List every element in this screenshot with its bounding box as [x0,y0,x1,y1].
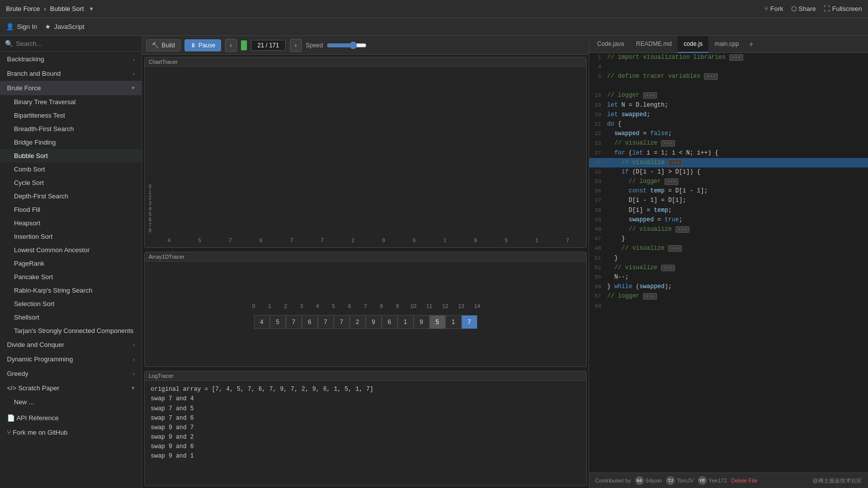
sidebar-item-dynamic-programming[interactable]: Dynamic Programming › [0,352,142,366]
breadcrumb-brute-force[interactable]: Brute Force [6,5,40,12]
sidebar-sub-shellsort[interactable]: Shellsort [0,311,142,324]
code-line: 56 } while (swapped); [589,282,868,292]
sidebar-sub-depth-first-search[interactable]: Depth-First Search [0,189,142,203]
log-line-4: swap 9 and 7 [151,423,580,433]
speed-slider[interactable] [327,41,367,49]
sidebar-sub-comb-sort[interactable]: Comb Sort [0,163,142,176]
array1d-index-2: 2 [278,299,294,313]
tab-code-java[interactable]: Code.java [591,36,630,53]
sidebar-item-backtracking[interactable]: Backtracking › [0,52,142,66]
search-input[interactable] [16,40,137,47]
code-line: 20 let swapped; [589,110,868,120]
chart-tracer-label: ChartTracer [145,57,586,67]
delete-file-button[interactable]: Delete File [731,478,758,484]
chart-y-axis: 8 7 6 5 4 3 2 1 0 [149,184,152,243]
sidebar-item-branch-and-bound[interactable]: Branch and Bound › [0,66,142,81]
watermark: @稀土掘金技术社区 [813,477,862,485]
chevron-right-icon: › [133,371,135,377]
search-box[interactable]: 🔍 [0,36,142,52]
chart-x-label-1: 5 [185,238,214,243]
tab-code-js[interactable]: code.js [677,36,708,53]
sidebar-sub-bridge-finding[interactable]: Bridge Finding [0,136,142,149]
avatar-tomjv: TJ [666,476,675,485]
code-content[interactable]: 1 // import visualization libraries ··· … [589,53,868,473]
sidebar-sub-breadth-first-search[interactable]: Breadth-First Search [0,122,142,136]
sidebar-sub-bipartiteness-test[interactable]: Bipartiteness Test [0,109,142,122]
tab-main-cpp[interactable]: main.cpp [708,36,745,53]
prev-button[interactable]: ‹ [225,39,237,52]
language-selector[interactable]: ★ JavaScript [45,23,84,30]
progress-indicator [241,40,247,50]
next-button[interactable]: › [290,39,302,52]
array1d-index-10: 10 [406,299,422,313]
array1d-cell-7: 9 [366,315,382,329]
sidebar-sub-new[interactable]: New ... [0,395,142,409]
sidebar-sub-lowest-common-ancestor[interactable]: Lowest Common Ancestor [0,243,142,257]
build-button[interactable]: 🔨 Build [146,39,181,51]
array1d-cell-2: 7 [286,315,302,329]
sidebar-item-scratch-paper[interactable]: </> Scratch Paper ▾ [0,381,142,395]
sidebar-sub-flood-fill[interactable]: Flood Fill [0,203,142,216]
array1d-index-1: 1 [262,299,278,313]
array1d-cell-13: 7 [461,315,477,329]
tab-readme[interactable]: README.md [630,36,677,53]
log-tracer: LogTracer original array = [7, 4, 5, 7, … [144,371,587,486]
code-line: 4 [589,62,868,72]
code-line: 48 // visualize ··· [589,244,868,253]
breadcrumb-sep: › [44,5,46,12]
code-line: 47 } [589,234,868,244]
progress-display: 21 / 171 [251,40,286,51]
code-line: 55 N--; [589,273,868,282]
sidebar-sub-binary-tree-traversal[interactable]: Binary Tree Traversal [0,95,142,109]
sidebar-sub-rabin-karp[interactable]: Rabin-Karp's String Search [0,284,142,297]
sidebar-sub-bubble-sort[interactable]: Bubble Sort [0,149,142,163]
code-line-highlighted: 28 // visualize ··· [589,158,868,167]
fullscreen-button[interactable]: ⛶ Fullscreen [824,5,862,12]
log-body: original array = [7, 4, 5, 7, 6, 7, 9, 7… [145,381,586,486]
array1d-index-12: 12 [437,299,453,313]
array1d-cell-9: 1 [398,315,414,329]
sidebar-sub-selection-sort[interactable]: Selection Sort [0,297,142,311]
sign-in-button[interactable]: 👤 Sign In [6,23,37,30]
chart-x-label-7: 9 [369,238,398,243]
sidebar-sub-cycle-sort[interactable]: Cycle Sort [0,176,142,189]
array1d-indices: 01234567891011121314 [246,299,485,313]
pause-button[interactable]: ⏸ Pause [185,39,221,51]
second-bar: 👤 Sign In ★ JavaScript [0,18,868,36]
top-bar: Brute Force › Bubble Sort ▾ ⑂ Fork ⬡ Sha… [0,0,868,18]
sidebar-sub-heapsort[interactable]: Heapsort [0,216,142,230]
avatar-yee172: YE [698,476,707,485]
code-line: 52 // visualize ··· [589,263,868,273]
chart-bars-area: 45767729619517 [155,236,582,243]
array1d-index-6: 6 [342,299,358,313]
code-tabs: Code.java README.md code.js main.cpp + [589,36,868,53]
sidebar-sub-insertion-sort[interactable]: Insertion Sort [0,230,142,243]
chevron-down-icon: ▾ [132,85,135,91]
sidebar-sub-pagerank[interactable]: PageRank [0,257,142,270]
code-line: 23 // visualize ··· [589,139,868,148]
sidebar-item-api-reference[interactable]: 📄 API Reference [0,411,142,425]
dropdown-arrow-icon[interactable]: ▾ [90,5,93,12]
chart-x-label-5: 7 [308,238,337,243]
sidebar-item-greedy[interactable]: Greedy › [0,366,142,381]
share-button[interactable]: ⬡ Share [791,5,816,12]
fork-button[interactable]: ⑂ Fork [764,5,783,12]
array1d-values: 45767729619517 [254,315,477,329]
sidebar-sub-tarjan[interactable]: Tarjan's Strongly Connected Components [0,324,142,337]
sidebar-item-fork-github[interactable]: ⑂ Fork me on GitHub [0,425,142,440]
contributor-64json: 64 64json [635,476,662,485]
breadcrumb-bubble-sort[interactable]: Bubble Sort [50,5,84,12]
array1d-tracer-label: Array1DTracer [145,252,586,262]
log-line-0: original array = [7, 4, 5, 7, 6, 7, 9, 7… [151,385,580,394]
sidebar-sub-pancake-sort[interactable]: Pancake Sort [0,270,142,284]
breadcrumb: Brute Force › Bubble Sort ▾ [6,5,93,12]
sidebar-item-brute-force[interactable]: Brute Force ▾ [0,81,142,95]
code-line: 36 const temp = D[i - 1]; [589,186,868,196]
secondbar-left: 👤 Sign In ★ JavaScript [6,23,84,30]
code-line: 16 // logger ··· [589,91,868,100]
array1d-cell-5: 7 [334,315,350,329]
add-tab-button[interactable]: + [745,36,757,53]
code-line: 57 // logger ··· [589,292,868,301]
sidebar-item-divide-and-conquer[interactable]: Divide and Conquer › [0,337,142,352]
chevron-right-icon: › [133,342,135,348]
